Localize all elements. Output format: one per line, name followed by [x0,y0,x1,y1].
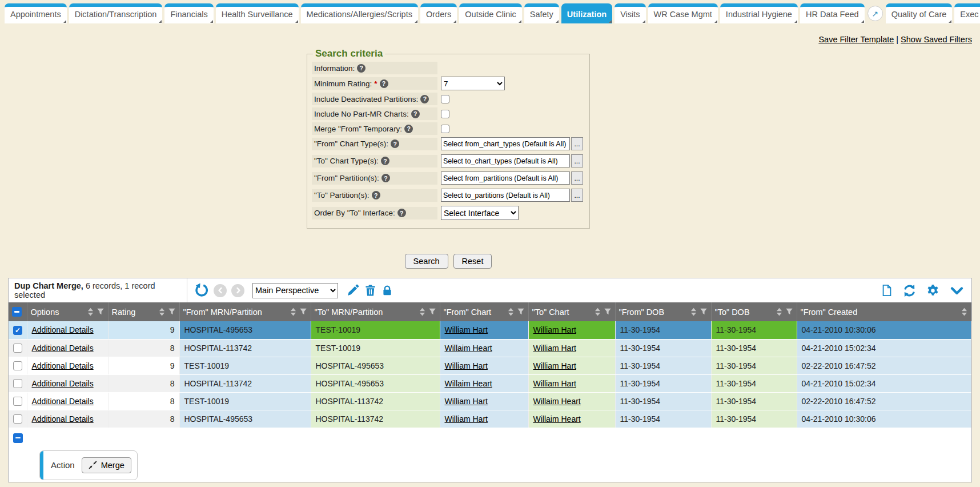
lock-perspective-icon[interactable] [381,284,393,297]
row-checkbox[interactable] [13,397,22,406]
tab-visits[interactable]: Visits [614,3,645,23]
filter-icon[interactable] [604,308,612,316]
sort-icon[interactable] [290,308,296,316]
to-chart-link[interactable]: Willaim Heart [533,397,581,406]
help-icon[interactable]: ? [381,174,390,182]
sort-icon[interactable] [961,308,967,316]
select-all-minus-toggle[interactable] [12,307,22,317]
filter-icon[interactable] [299,308,307,316]
search-button[interactable]: Search [405,254,448,269]
tab-utilization[interactable]: Utilization [561,3,612,23]
save-filter-template-link[interactable]: Save Filter Template [818,35,894,44]
row-checkbox[interactable] [13,326,22,335]
filter-icon[interactable] [97,308,105,316]
row-checkbox[interactable] [13,344,22,353]
refresh-icon[interactable] [902,284,917,298]
from-chart-link[interactable]: Willaim Heart [445,344,492,353]
filter-icon[interactable] [517,308,525,316]
to-partitions-input[interactable] [441,189,570,202]
column-header-from-created[interactable]: "From" Created [797,302,971,321]
to-chart-link[interactable]: Willaim Heart [533,414,581,424]
tab-medications-allergies-scripts[interactable]: Medications/Allergies/Scripts [301,3,418,23]
help-icon[interactable]: ? [372,191,380,199]
collapse-panel-chevron-down-icon[interactable] [949,283,965,298]
from-chart-types-input[interactable] [441,137,570,150]
help-icon[interactable]: ? [357,64,366,73]
row-checkbox[interactable] [13,379,22,388]
sort-icon[interactable] [690,308,697,316]
help-icon[interactable]: ? [391,139,399,148]
sort-icon[interactable] [159,308,165,316]
to-chart-link[interactable]: William Hart [533,344,576,353]
tab-dictation-transcription[interactable]: Dictation/Transcription [69,3,163,23]
include-deactivated-partitions-checkbox[interactable] [441,95,449,103]
filter-icon[interactable] [700,308,708,316]
additional-details-link[interactable]: Additional Details [32,414,94,424]
filter-icon[interactable] [428,308,436,316]
help-icon[interactable]: ? [397,209,406,217]
additional-details-link[interactable]: Additional Details [32,325,94,334]
help-icon[interactable]: ? [381,157,389,165]
tab-orders[interactable]: Orders [420,3,457,23]
reset-button[interactable]: Reset [453,254,492,269]
row-checkbox[interactable] [13,361,22,370]
column-header-to-chart[interactable]: "To" Chart [528,302,615,321]
tab-appointments[interactable]: Appointments [5,3,67,23]
undo-icon[interactable] [194,283,209,298]
tab-outside-clinic[interactable]: Outside Clinic [459,3,521,23]
tab-overflow-arrow-icon[interactable]: ↗ [867,6,883,21]
to-chart-link[interactable]: William Hart [533,379,576,388]
help-icon[interactable]: ? [404,125,413,133]
to-chart-types-input[interactable] [441,154,570,167]
tab-quality-of-care[interactable]: Quality of Care [886,3,953,23]
merge-button[interactable]: Merge [82,457,131,473]
tab-wr-case-mgmt[interactable]: WR Case Mgmt [648,3,718,23]
column-header-from-mrn-partition[interactable]: "From" MRN/Partition [179,302,311,321]
merge-from-temporary-checkbox[interactable] [441,125,449,133]
additional-details-link[interactable]: Additional Details [32,397,94,406]
edit-perspective-pencil-icon[interactable] [346,284,360,297]
column-header-to-mrn-partition[interactable]: "To" MRN/Partition [311,302,440,321]
from-chart-types-picker-button[interactable]: ... [571,137,583,150]
from-chart-link[interactable]: William Hart [445,397,488,406]
additional-details-link[interactable]: Additional Details [32,379,94,388]
tab-exec[interactable]: Exec [954,3,980,23]
column-header-from-chart[interactable]: "From" Chart [440,302,528,321]
to-chart-types-picker-button[interactable]: ... [571,154,583,167]
column-header-rating[interactable]: Rating [108,302,179,321]
sort-icon[interactable] [508,308,514,316]
help-icon[interactable]: ? [380,79,388,88]
from-chart-link[interactable]: Willaim Heart [445,379,492,388]
filter-icon[interactable] [168,308,176,316]
include-no-part-mr-charts-checkbox[interactable] [441,110,449,118]
filter-icon[interactable] [785,308,793,316]
next-page-icon[interactable] [231,284,244,297]
sort-icon[interactable] [419,308,425,316]
from-partitions-picker-button[interactable]: ... [571,171,583,185]
from-chart-link[interactable]: William Hart [445,361,488,370]
additional-details-link[interactable]: Additional Details [32,361,94,370]
row-checkbox[interactable] [13,414,22,424]
additional-details-link[interactable]: Additional Details [32,344,94,353]
from-chart-link[interactable]: William Hart [445,414,488,424]
settings-gear-icon[interactable] [926,284,940,298]
to-partitions-picker-button[interactable]: ... [571,189,583,202]
sort-icon[interactable] [595,308,601,316]
tab-financials[interactable]: Financials [164,3,213,23]
minimum-rating-select[interactable]: 7 [441,77,505,90]
column-header-options[interactable]: Options [27,302,108,321]
perspective-select[interactable]: Main Perspective [252,283,338,298]
show-saved-filters-link[interactable]: Show Saved Filters [901,35,972,44]
to-chart-link[interactable]: William Hart [533,361,576,370]
from-partitions-input[interactable] [441,171,570,185]
tab-hr-data-feed[interactable]: HR Data Feed [800,3,865,23]
column-header-from-dob[interactable]: "From" DOB [615,302,711,321]
previous-page-icon[interactable] [214,284,227,297]
column-header-to-dob[interactable]: "To" DOB [711,302,797,321]
tab-industrial-hygiene[interactable]: Industrial Hygiene [720,3,798,23]
from-chart-link[interactable]: William Hart [445,325,488,334]
sort-icon[interactable] [776,308,782,316]
sort-icon[interactable] [87,308,94,316]
new-document-icon[interactable] [881,283,893,298]
order-by-to-interface-select[interactable]: Select Interface [441,206,519,220]
